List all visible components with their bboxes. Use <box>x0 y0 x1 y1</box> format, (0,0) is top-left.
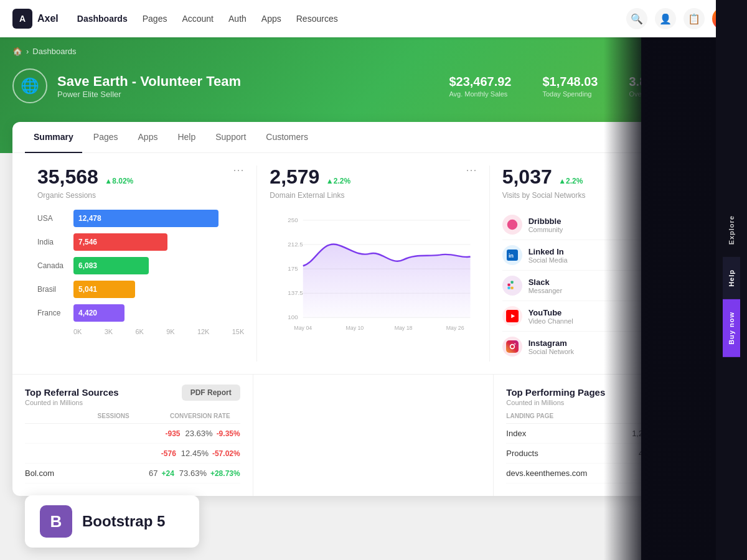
brand-logo: A <box>12 9 32 29</box>
breadcrumb-sep: › <box>26 47 29 56</box>
domain-label: Domain External Links <box>270 191 476 200</box>
svg-rect-17 <box>507 284 510 286</box>
bar-france: France 4,420 <box>37 304 244 322</box>
settings-button[interactable]: 📋 <box>684 8 705 29</box>
svg-text:May 04: May 04 <box>294 325 312 331</box>
nav-apps[interactable]: Apps <box>261 14 281 24</box>
right-sidebar: Explore Help Buy now <box>716 0 747 508</box>
linkedin-icon: in <box>502 245 522 265</box>
svg-text:175: 175 <box>288 265 299 272</box>
youtube-icon <box>502 306 522 326</box>
referral-row-2: -576 12.45% -57.02% <box>25 444 240 464</box>
banner-icon: 🌐 <box>12 68 47 103</box>
svg-point-25 <box>514 343 515 345</box>
domain-change: ▲2.2% <box>326 177 350 185</box>
svg-rect-18 <box>507 287 510 289</box>
content-card: Summary Pages Apps Help Support Customer… <box>12 122 735 496</box>
referral-row-bol: Bol.com 67 +24 73.63% +28.73% <box>25 464 240 483</box>
tab-apps[interactable]: Apps <box>129 122 167 153</box>
domain-section: ⋯ 2,579 ▲2.2% Domain External Links 250 … <box>257 166 489 362</box>
nav-dashboards[interactable]: Dashboards <box>77 14 128 24</box>
svg-rect-23 <box>506 340 519 353</box>
svg-rect-20 <box>510 287 513 289</box>
main-content: Summary Pages Apps Help Support Customer… <box>12 122 735 496</box>
domain-more[interactable]: ⋯ <box>466 163 477 177</box>
nav-links: Dashboards Pages Account Auth Apps Resou… <box>77 14 338 24</box>
explore-button[interactable]: Explore <box>723 203 740 257</box>
tab-support[interactable]: Support <box>207 122 255 153</box>
top-pages-title: Top Performing Pages <box>506 387 605 398</box>
organic-more[interactable]: ⋯ <box>233 163 244 177</box>
breadcrumb-home[interactable]: 🏠 <box>12 47 22 56</box>
referral-section: Top Referral Sources Counted in Millions… <box>12 375 253 496</box>
bar-axis: 0K3K6K9K12K15K <box>37 328 244 335</box>
organic-change: ▲8.02% <box>105 177 133 185</box>
banner-title: Save Earth - Volunteer Team <box>57 73 241 90</box>
banner-subtitle: Power Elite Seller <box>57 90 241 99</box>
svg-text:212.5: 212.5 <box>288 241 304 248</box>
bar-canada: Canada 6,083 <box>37 257 244 274</box>
navbar: A Axel Dashboards Pages Account Auth App… <box>0 0 747 37</box>
organic-value: 35,568 <box>37 166 98 188</box>
social-change: ▲2.2% <box>558 177 583 185</box>
referral-pdf-button[interactable]: PDF Report <box>182 385 240 401</box>
organic-section: ⋯ 35,568 ▲8.02% Organic Sessions USA 12,… <box>25 166 257 362</box>
brand: A Axel <box>12 9 59 29</box>
bar-brasil: Brasil 5,041 <box>37 281 244 298</box>
bar-usa: USA 12,478 <box>37 210 244 227</box>
svg-text:250: 250 <box>288 217 299 223</box>
referral-row-1: -935 23.63% -9.35% <box>25 424 240 444</box>
line-chart: 250 212.5 175 137.5 100 <box>270 210 476 337</box>
bootstrap-badge: B Bootstrap 5 <box>25 495 199 508</box>
middle-bottom-section <box>253 375 494 496</box>
tab-bar: Summary Pages Apps Help Support Customer… <box>12 122 735 153</box>
svg-text:100: 100 <box>288 314 299 320</box>
tab-pages[interactable]: Pages <box>85 122 127 153</box>
tab-summary[interactable]: Summary <box>25 122 82 153</box>
bootstrap-icon: B <box>40 505 72 508</box>
breadcrumb: 🏠 › Dashboards <box>12 47 735 56</box>
line-chart-svg: 250 212.5 175 137.5 100 <box>270 210 476 334</box>
domain-value: 2,579 <box>270 166 319 188</box>
nav-pages[interactable]: Pages <box>143 14 167 24</box>
buy-now-button[interactable]: Buy now <box>723 299 740 357</box>
brand-name: Axel <box>37 13 59 24</box>
top-pages-subtitle: Counted in Millions <box>506 399 605 406</box>
breadcrumb-current: Dashboards <box>32 47 76 56</box>
help-button[interactable]: Help <box>723 257 740 299</box>
nav-resources[interactable]: Resources <box>296 14 338 24</box>
search-button[interactable]: 🔍 <box>626 8 647 29</box>
organic-label: Organic Sessions <box>37 191 244 200</box>
tab-customers[interactable]: Customers <box>257 122 317 153</box>
bottom-grid: Top Referral Sources Counted in Millions… <box>12 375 735 496</box>
dark-panel <box>641 0 716 508</box>
slack-icon <box>502 276 522 296</box>
referral-subtitle: Counted in Millions <box>25 399 119 406</box>
svg-rect-19 <box>510 281 513 284</box>
svg-text:May 26: May 26 <box>446 325 464 331</box>
tab-help[interactable]: Help <box>169 122 204 153</box>
nav-auth[interactable]: Auth <box>228 14 247 24</box>
metrics-grid: ⋯ 35,568 ▲8.02% Organic Sessions USA 12,… <box>12 153 735 375</box>
stat-today-spending: $1,748.03 Today Spending <box>543 75 598 98</box>
stat-monthly-sales: $23,467.92 Avg. Monthly Sales <box>449 75 511 98</box>
referral-title: Top Referral Sources <box>25 387 119 398</box>
nav-account[interactable]: Account <box>182 14 214 24</box>
bar-india: India 7,546 <box>37 233 244 251</box>
notifications-button[interactable]: 👤 <box>655 8 676 29</box>
svg-text:May 18: May 18 <box>395 325 413 331</box>
social-value: 5,037 <box>502 166 552 188</box>
bar-chart: USA 12,478 India 7,546 Canada <box>37 210 244 335</box>
instagram-icon <box>502 337 522 357</box>
svg-text:May 10: May 10 <box>346 325 364 331</box>
svg-text:137.5: 137.5 <box>288 289 304 296</box>
svg-text:in: in <box>509 253 514 259</box>
dribbble-icon <box>502 215 522 235</box>
